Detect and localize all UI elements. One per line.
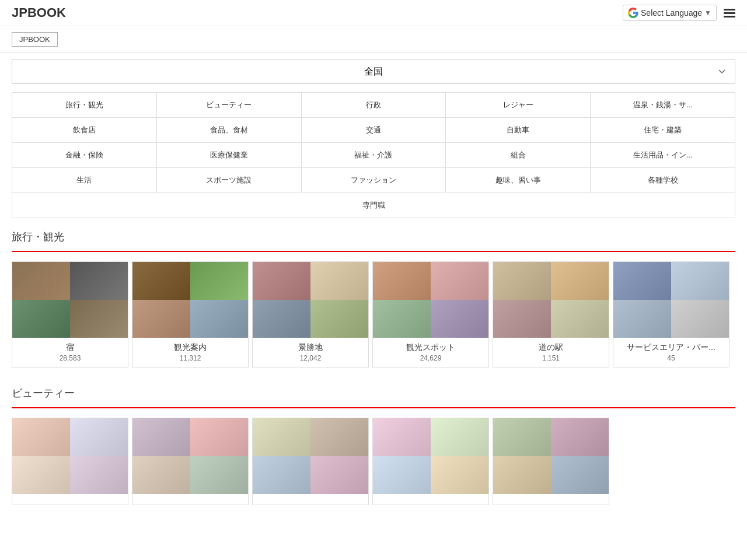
category-cell[interactable]: 組合 xyxy=(446,143,591,168)
card-images xyxy=(132,418,248,494)
card-image-4 xyxy=(190,456,248,494)
card-image-1 xyxy=(132,262,190,300)
category-cell[interactable]: 食品、食材 xyxy=(157,118,302,143)
card-info: サービスエリア・パー... 45 xyxy=(613,338,729,367)
category-cell[interactable]: 生活用品・イン... xyxy=(591,143,735,168)
card-info xyxy=(132,494,248,505)
travel-card[interactable]: 道の駅 1,151 xyxy=(493,261,609,368)
card-images xyxy=(253,262,368,338)
header: JPBOOK Select Language ▼ xyxy=(0,0,747,26)
beauty-section: ビューティー xyxy=(12,386,735,512)
card-info: 観光スポット 24,629 xyxy=(373,338,488,367)
category-cell[interactable]: 行政 xyxy=(302,93,446,118)
card-info: 景勝地 12,042 xyxy=(253,338,368,367)
card-image-4 xyxy=(671,300,729,338)
card-count: 1,151 xyxy=(498,354,604,362)
beauty-card[interactable] xyxy=(252,418,369,505)
beauty-card[interactable] xyxy=(372,418,489,505)
beauty-card[interactable] xyxy=(493,418,609,505)
card-images xyxy=(493,262,609,338)
logo[interactable]: JPBOOK xyxy=(12,5,66,20)
category-cell[interactable]: ビューティー xyxy=(157,93,302,118)
card-image-2 xyxy=(310,418,368,456)
category-cell[interactable]: 温泉・銭湯・サ... xyxy=(591,93,735,118)
travel-card[interactable]: 観光案内 11,312 xyxy=(132,261,249,368)
list-view-icon[interactable] xyxy=(724,9,735,18)
card-info xyxy=(493,494,609,505)
card-image-3 xyxy=(373,456,431,494)
card-image-2 xyxy=(190,418,248,456)
category-cell[interactable]: 飲食店 xyxy=(12,118,157,143)
category-row: 金融・保険医療保健業福祉・介護組合生活用品・イン... xyxy=(12,143,735,168)
travel-section-divider xyxy=(12,251,735,252)
travel-card[interactable]: 宿 28,583 xyxy=(12,261,128,368)
category-cell[interactable]: 生活 xyxy=(12,168,157,193)
category-cell[interactable]: スポーツ施設 xyxy=(157,168,302,193)
card-image-3 xyxy=(132,300,190,338)
region-select[interactable]: 全国 北海道 東北 関東 中部 近畿 中国 四国 九州・沖縄 xyxy=(12,59,735,84)
category-cell[interactable]: 福祉・介護 xyxy=(302,143,446,168)
card-image-4 xyxy=(310,456,368,494)
card-info: 宿 28,583 xyxy=(12,338,128,367)
category-cell[interactable]: レジャー xyxy=(446,93,591,118)
category-cell[interactable]: 趣味、習い事 xyxy=(446,168,591,193)
card-image-4 xyxy=(190,300,248,338)
breadcrumb-bar: JPBOOK xyxy=(0,26,747,53)
travel-card[interactable]: 景勝地 12,042 xyxy=(252,261,369,368)
card-count: 11,312 xyxy=(137,354,243,362)
card-image-3 xyxy=(493,456,551,494)
card-info xyxy=(373,494,488,505)
region-selector: 全国 北海道 東北 関東 中部 近畿 中国 四国 九州・沖縄 xyxy=(12,59,735,84)
language-arrow: ▼ xyxy=(704,9,711,17)
card-image-3 xyxy=(253,456,310,494)
category-grid: 旅行・観光ビューティー行政レジャー温泉・銭湯・サ...飲食店食品、食材交通自動車… xyxy=(12,92,735,218)
card-images xyxy=(493,418,609,494)
card-image-2 xyxy=(431,262,488,300)
card-image-2 xyxy=(551,262,609,300)
card-info: 観光案内 11,312 xyxy=(132,338,248,367)
card-name: 景勝地 xyxy=(257,342,364,353)
card-name: 観光スポット xyxy=(378,342,484,353)
card-image-1 xyxy=(493,418,551,456)
card-images xyxy=(132,262,248,338)
category-row: 飲食店食品、食材交通自動車住宅・建築 xyxy=(12,118,735,143)
card-image-1 xyxy=(493,262,551,300)
category-cell[interactable]: 金融・保険 xyxy=(12,143,157,168)
card-image-3 xyxy=(493,300,551,338)
travel-card[interactable]: サービスエリア・パー... 45 xyxy=(613,261,729,368)
category-cell[interactable]: 各種学校 xyxy=(591,168,735,193)
category-cell[interactable]: 医療保健業 xyxy=(157,143,302,168)
card-image-2 xyxy=(70,262,128,300)
card-count: 28,583 xyxy=(17,354,123,362)
category-cell[interactable]: 旅行・観光 xyxy=(12,93,157,118)
header-right: Select Language ▼ xyxy=(623,5,735,21)
language-selector[interactable]: Select Language ▼ xyxy=(623,5,717,21)
category-cell[interactable]: 住宅・建築 xyxy=(591,118,735,143)
card-image-1 xyxy=(373,262,431,300)
beauty-card[interactable] xyxy=(12,418,128,505)
card-image-4 xyxy=(310,300,368,338)
card-image-1 xyxy=(12,262,70,300)
card-image-3 xyxy=(373,300,431,338)
breadcrumb[interactable]: JPBOOK xyxy=(12,32,58,47)
card-image-2 xyxy=(70,418,128,456)
card-image-3 xyxy=(12,300,70,338)
card-image-1 xyxy=(12,418,70,456)
card-name: 道の駅 xyxy=(498,342,604,353)
card-images xyxy=(373,262,488,338)
category-cell[interactable]: 専門職 xyxy=(12,193,735,218)
beauty-section-divider xyxy=(12,407,735,408)
card-images xyxy=(253,418,368,494)
beauty-card[interactable] xyxy=(132,418,249,505)
card-image-4 xyxy=(70,456,128,494)
category-cell[interactable]: 交通 xyxy=(302,118,446,143)
card-image-1 xyxy=(373,418,431,456)
card-image-1 xyxy=(613,262,671,300)
travel-card[interactable]: 観光スポット 24,629 xyxy=(372,261,489,368)
card-image-2 xyxy=(431,418,488,456)
card-count: 24,629 xyxy=(378,354,484,362)
card-image-1 xyxy=(132,418,190,456)
category-cell[interactable]: 自動車 xyxy=(446,118,591,143)
travel-card-grid: 宿 28,583 観光案内 11,312 景勝地 12,042 xyxy=(12,261,735,374)
category-cell[interactable]: ファッション xyxy=(302,168,446,193)
